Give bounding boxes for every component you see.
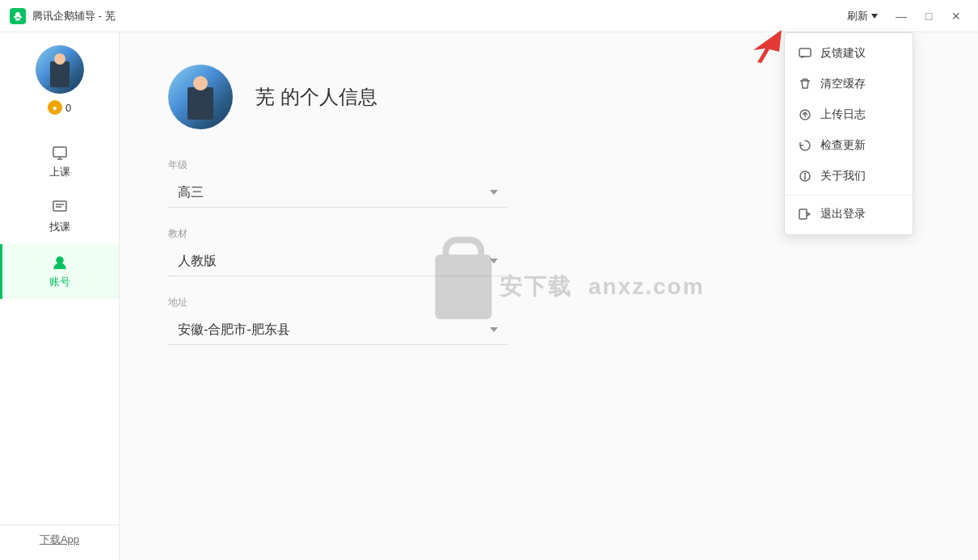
nav-items: 上课 找课 账号 [0,134,119,524]
menu-item-about[interactable]: 关于我们 [785,161,913,192]
svg-point-1 [14,15,17,18]
account-icon [51,254,69,272]
menu-check-update-label: 检查更新 [820,138,866,153]
app-title: 腾讯企鹅辅导 - 芜 [32,9,116,23]
find-icon [51,199,69,217]
menu-about-label: 关于我们 [820,169,866,183]
find-label: 找课 [49,220,70,234]
avatar[interactable] [36,45,84,94]
menu-item-clear-cache[interactable]: 清空缓存 [785,69,913,99]
coin-count: 0 [65,102,71,114]
avatar-figure [50,61,70,87]
grade-select-wrapper: 高三 [168,177,508,208]
title-bar: 腾讯企鹅辅导 - 芜 刷新 — □ ✕ [0,0,978,32]
check-update-icon [798,138,812,153]
minimize-button[interactable]: — [889,5,913,27]
avatar-image [36,45,84,94]
dropdown-menu: 反馈建议 清空缓存 上传日志 检查更新 [784,32,913,235]
svg-rect-10 [53,201,66,211]
maximize-button[interactable]: □ [917,5,941,27]
textbook-field: 教材 人教版 [168,227,508,276]
svg-point-2 [19,15,22,18]
location-label: 地址 [168,296,508,309]
textbook-select[interactable]: 人教版 [168,246,508,276]
svg-point-3 [15,18,20,20]
sidebar: ● 0 上课 [0,32,120,560]
sidebar-bottom: 下载App [0,524,119,547]
grade-label: 年级 [168,158,508,172]
svg-point-11 [57,257,63,263]
clear-cache-icon [798,77,812,91]
coin-icon: ● [48,100,62,115]
svg-rect-9 [53,147,66,157]
close-button[interactable]: ✕ [944,5,968,27]
account-label: 账号 [49,275,70,289]
location-select[interactable]: 安徽-合肥市-肥东县 [168,314,508,345]
download-app-button[interactable]: 下载App [40,533,79,547]
upload-log-icon [798,107,812,122]
menu-item-upload-log[interactable]: 上传日志 [785,99,913,130]
class-icon [51,144,69,162]
profile-avatar-figure [188,87,213,120]
logout-icon [798,207,812,221]
location-select-wrapper: 安徽-合肥市-肥东县 [168,314,508,345]
svg-rect-8 [799,209,807,219]
menu-item-feedback[interactable]: 反馈建议 [785,38,913,69]
title-bar-left: 腾讯企鹅辅导 - 芜 [10,8,116,24]
menu-divider [785,195,913,196]
menu-clear-cache-label: 清空缓存 [820,77,866,91]
grade-select[interactable]: 高三 [168,177,508,208]
textbook-label: 教材 [168,227,508,241]
refresh-label: 刷新 [847,9,868,23]
profile-title: 芜 的个人信息 [255,84,377,110]
profile-avatar [168,65,233,129]
menu-item-logout[interactable]: 退出登录 [785,199,913,229]
class-label: 上课 [49,165,70,179]
menu-upload-log-label: 上传日志 [820,107,866,122]
refresh-dropdown-arrow [871,14,878,19]
about-icon [798,169,812,183]
menu-feedback-label: 反馈建议 [820,46,866,61]
sidebar-item-class[interactable]: 上课 [0,134,119,189]
menu-logout-label: 退出登录 [820,207,866,221]
profile-form: 年级 高三 教材 人教版 地址 [168,158,508,345]
feedback-icon [798,46,812,61]
refresh-button[interactable]: 刷新 [839,6,886,27]
sidebar-item-account[interactable]: 账号 [0,244,119,299]
app-icon [10,8,26,24]
title-bar-controls: 刷新 — □ ✕ [839,5,968,27]
sidebar-item-find[interactable]: 找课 [0,189,119,244]
location-field: 地址 安徽-合肥市-肥东县 [168,296,508,345]
coin-badge: ● 0 [48,100,71,115]
grade-field: 年级 高三 [168,158,508,208]
svg-point-7 [805,174,806,175]
svg-rect-4 [799,48,811,57]
menu-item-check-update[interactable]: 检查更新 [785,130,913,161]
textbook-select-wrapper: 人教版 [168,246,508,276]
